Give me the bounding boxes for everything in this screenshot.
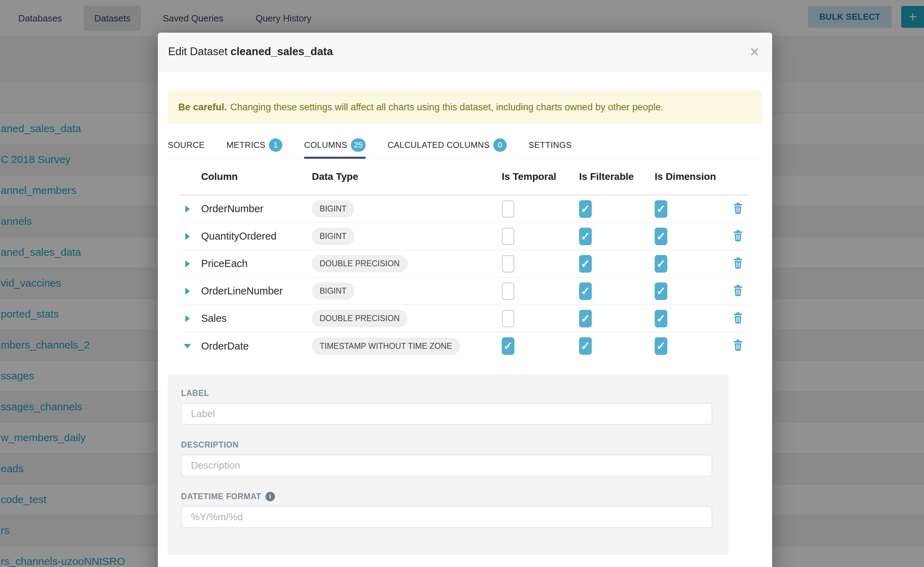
filterable-checkbox[interactable]: ✓ [579,228,592,245]
tab-calculated-columns[interactable]: CALCULATED COLUMNS0 [387,132,507,158]
filterable-checkbox-cell: ✓ [576,228,652,245]
data-type-cell: DOUBLE PRECISION [311,255,499,272]
modal-body: Be careful.Changing these settings will … [158,91,772,555]
delete-column-button[interactable] [726,230,750,243]
column-header: Column [197,171,311,182]
tab-label: METRICS [226,140,265,150]
delete-column-button[interactable] [726,285,750,297]
column-name: OrderNumber [197,203,311,214]
data-type-header: Data Type [311,171,499,182]
delete-column-button[interactable] [726,258,750,270]
description-input[interactable] [181,454,712,476]
filterable-checkbox[interactable]: ✓ [579,282,592,300]
trash-icon [733,340,743,352]
tab-metrics[interactable]: METRICS1 [226,132,282,158]
dimension-checkbox-cell: ✓ [652,255,726,273]
expand-caret-icon[interactable] [178,315,197,322]
temporal-checkbox-cell [499,228,576,245]
temporal-checkbox[interactable]: ✓ [502,337,515,355]
column-name: OrderDate [197,340,311,352]
column-row-priceeach: PriceEachDOUBLE PRECISION✓✓ [178,250,750,278]
dimension-checkbox[interactable]: ✓ [655,282,667,300]
data-type-pill: BIGINT [312,282,354,300]
modal-title-prefix: Edit Dataset [168,45,227,58]
dimension-checkbox-cell: ✓ [652,228,726,245]
temporal-checkbox[interactable] [502,200,515,218]
warning-banner: Be careful.Changing these settings will … [168,91,762,124]
datetime-format-input[interactable] [181,506,712,528]
tab-label: COLUMNS [304,140,348,150]
label-input[interactable] [181,403,712,425]
column-row-ordernumber: OrderNumberBIGINT✓✓ [178,195,750,223]
modal-title: Edit Dataset cleaned_sales_data [168,45,333,58]
tab-settings[interactable]: SETTINGS [528,132,572,158]
dimension-checkbox[interactable]: ✓ [655,337,667,355]
delete-column-button[interactable] [726,203,750,215]
tab-label: SETTINGS [528,140,572,150]
expand-caret-icon[interactable] [178,288,197,295]
caret-right-icon [185,206,190,213]
dimension-checkbox[interactable]: ✓ [655,200,667,218]
info-icon[interactable]: i [265,492,275,501]
temporal-checkbox-cell [499,200,576,218]
trash-icon [733,312,743,325]
datetime-format-field-block: DATETIME FORMAT i [181,492,715,528]
close-icon[interactable]: × [745,42,764,62]
delete-column-button[interactable] [726,340,750,352]
tab-count-badge: 25 [351,138,366,152]
dimension-checkbox-cell: ✓ [652,282,726,300]
data-type-pill: BIGINT [312,200,354,218]
dimension-checkbox[interactable]: ✓ [655,255,667,273]
tab-count-badge: 1 [269,138,282,152]
data-type-pill: DOUBLE PRECISION [312,310,408,327]
datetime-format-field-label: DATETIME FORMAT [181,492,261,501]
temporal-checkbox-cell [499,255,576,273]
filterable-checkbox-cell: ✓ [576,200,652,218]
temporal-checkbox[interactable] [502,310,515,327]
data-type-cell: BIGINT [311,200,499,218]
description-field-label: DESCRIPTION [181,440,715,450]
delete-column-button[interactable] [726,312,750,325]
expand-caret-icon[interactable] [178,206,197,213]
temporal-checkbox[interactable] [502,255,515,273]
tab-columns[interactable]: COLUMNS25 [304,132,366,158]
data-type-pill: BIGINT [312,228,354,245]
temporal-checkbox[interactable] [502,228,515,245]
tab-count-badge: 0 [493,138,507,152]
is-temporal-header: Is Temporal [499,171,576,182]
dimension-checkbox[interactable]: ✓ [655,310,667,327]
column-row-orderdate: OrderDateTIMESTAMP WITHOUT TIME ZONE✓✓✓ [178,332,750,360]
trash-icon [733,258,743,270]
collapse-caret-icon[interactable] [178,344,197,348]
data-type-cell: BIGINT [311,228,499,245]
filterable-checkbox[interactable]: ✓ [579,200,592,218]
tab-label: CALCULATED COLUMNS [387,140,490,150]
column-name: OrderLineNumber [197,285,311,297]
filterable-checkbox-cell: ✓ [576,337,652,355]
dimension-checkbox-cell: ✓ [652,200,726,218]
data-type-cell: DOUBLE PRECISION [311,310,499,327]
data-type-cell: TIMESTAMP WITHOUT TIME ZONE [311,338,499,355]
column-row-sales: SalesDOUBLE PRECISION✓✓ [178,305,750,332]
temporal-checkbox[interactable] [502,282,515,300]
filterable-checkbox[interactable]: ✓ [579,337,592,355]
expand-caret-icon[interactable] [178,233,197,240]
is-filterable-header: Is Filterable [576,171,652,182]
filterable-checkbox[interactable]: ✓ [579,310,592,327]
data-type-pill: TIMESTAMP WITHOUT TIME ZONE [312,338,460,355]
edit-dataset-modal: Edit Dataset cleaned_sales_data × Be car… [158,33,772,567]
filterable-checkbox-cell: ✓ [576,255,652,273]
columns-table-header: Column Data Type Is Temporal Is Filterab… [178,159,750,195]
caret-right-icon [185,260,190,267]
columns-table-rows: OrderNumberBIGINT✓✓QuantityOrderedBIGINT… [178,195,750,360]
filterable-checkbox[interactable]: ✓ [579,255,592,273]
caret-right-icon [185,233,190,240]
dataset-name: cleaned_sales_data [231,45,333,58]
columns-table: Column Data Type Is Temporal Is Filterab… [178,159,750,360]
label-field-block: LABEL [181,388,715,425]
dimension-checkbox[interactable]: ✓ [655,228,667,245]
tab-source[interactable]: SOURCE [168,132,205,158]
column-row-orderlinenumber: OrderLineNumberBIGINT✓✓ [178,278,750,305]
description-field-block: DESCRIPTION [181,440,715,476]
expand-caret-icon[interactable] [178,260,197,267]
